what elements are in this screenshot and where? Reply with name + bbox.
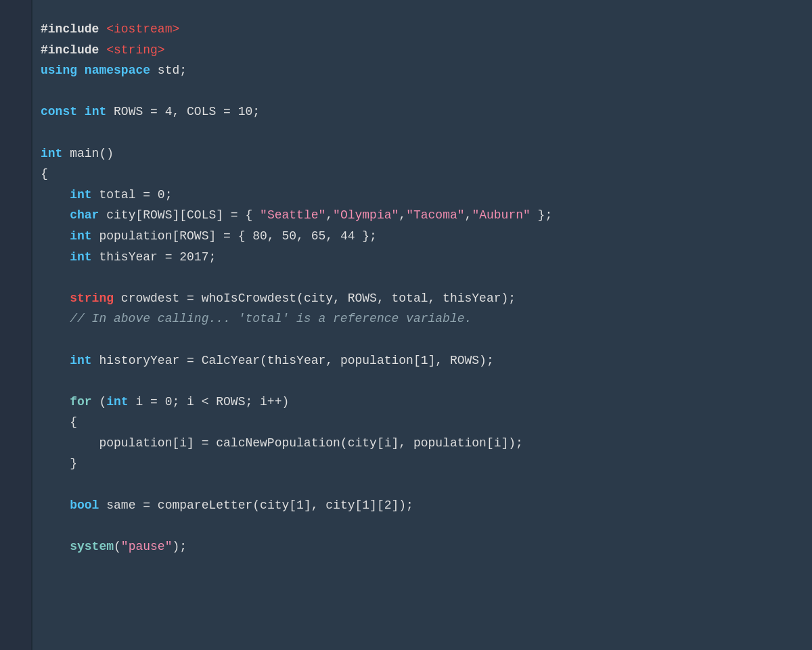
line-comment: // In above calling... 'total' is a refe… (41, 308, 798, 329)
line-close-brace2: } (41, 453, 798, 474)
line-int-total: int total = 0; (41, 185, 798, 206)
line-blank3 (41, 267, 798, 288)
line-char-city: char city[ROWS][COLS] = { "Seattle","Oly… (41, 205, 798, 226)
line-blank4 (41, 329, 798, 350)
line-blank2 (41, 122, 798, 143)
line-using: using namespace std; (41, 60, 798, 81)
line-int-year: int thisYear = 2017; (41, 247, 798, 268)
line-population: population[i] = calcNewPopulation(city[i… (41, 433, 798, 454)
line-blank6 (41, 474, 798, 495)
line-bool-same: bool same = compareLetter(city[1], city[… (41, 495, 798, 516)
line-blank5 (41, 371, 798, 392)
line-const: const int ROWS = 4, COLS = 10; (41, 101, 798, 122)
line-bar (0, 0, 32, 650)
line-open-brace1: { (41, 164, 798, 185)
line-string-crowdest: string crowdest = whoIsCrowdest(city, RO… (41, 288, 798, 309)
line-int-pop: int population[ROWS] = { 80, 50, 65, 44 … (41, 226, 798, 247)
line-system: system("pause"); (41, 536, 798, 557)
code-editor: #include <iostream> #include <string> us… (0, 0, 812, 650)
line-include-string: #include <string> (41, 40, 798, 61)
line-blank1 (41, 81, 798, 102)
line-for: for (int i = 0; i < ROWS; i++) (41, 392, 798, 413)
line-blank7 (41, 515, 798, 536)
line-int-main: int main() (41, 143, 798, 164)
line-include-iostream: #include <iostream> (41, 19, 798, 40)
line-int-history: int historyYear = CalcYear(thisYear, pop… (41, 350, 798, 371)
line-open-brace2: { (41, 412, 798, 433)
